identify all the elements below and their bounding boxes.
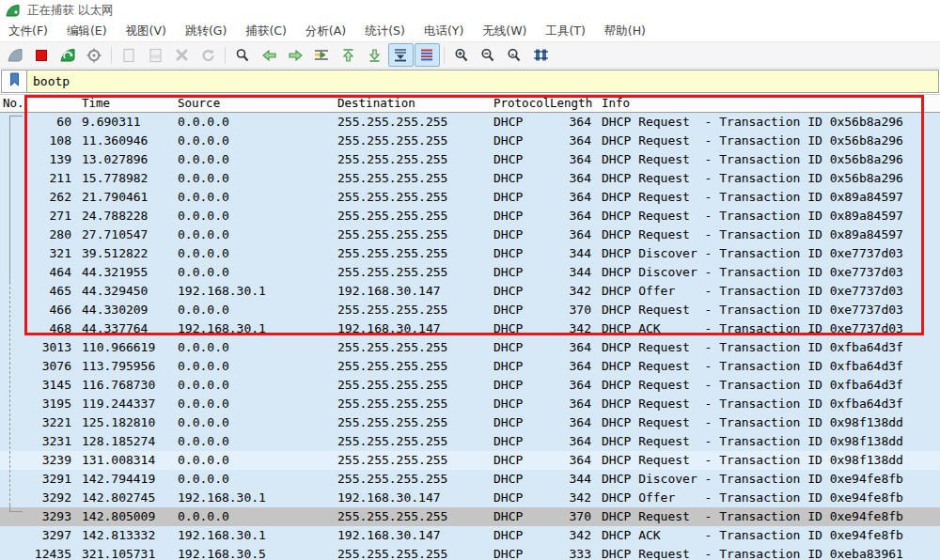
menu-item[interactable]: 帮助(H) — [596, 21, 656, 42]
cell-protocol: DHCP — [489, 489, 550, 507]
reload-file-button[interactable] — [196, 43, 221, 67]
cell-info: DHCP Discover - Transaction ID 0xe7737d0… — [595, 263, 940, 282]
column-header-protocol[interactable]: Protocol — [489, 95, 550, 112]
column-header-destination[interactable]: Destination — [331, 95, 489, 112]
cell-source: 0.0.0.0 — [171, 413, 331, 432]
cell-source: 0.0.0.0 — [171, 113, 331, 132]
cell-source: 0.0.0.0 — [171, 263, 331, 282]
filter-bookmark-button[interactable] — [1, 70, 26, 93]
title-bar: 正在捕获 以太网 — [0, 0, 940, 21]
cell-source: 0.0.0.0 — [171, 169, 331, 188]
cell-protocol: DHCP — [489, 395, 550, 413]
cell-destination: 255.255.255.255 — [331, 169, 489, 188]
column-header-source[interactable]: Source — [171, 95, 331, 112]
cell-time: 128.185274 — [75, 432, 171, 451]
packet-row[interactable]: 3293 142.805009 0.0.0.0 255.255.255.255 … — [0, 507, 940, 526]
cell-no: 3145 — [0, 376, 75, 395]
menu-item[interactable]: 无线(W) — [474, 21, 537, 42]
column-header-no[interactable]: No. — [0, 95, 75, 112]
cell-time: 321.105731 — [75, 545, 171, 560]
menu-item[interactable]: 电话(Y) — [415, 21, 474, 42]
go-to-packet-button[interactable] — [309, 43, 335, 67]
save-file-button[interactable]: 010 — [143, 43, 168, 67]
cell-no: 468 — [0, 319, 75, 338]
cell-protocol: DHCP — [489, 282, 550, 301]
zoom-out-button[interactable] — [476, 43, 501, 67]
cell-no: 3231 — [0, 432, 75, 451]
menu-item[interactable]: 工具(T) — [537, 21, 595, 42]
cell-source: 192.168.30.1 — [171, 282, 331, 301]
packet-row[interactable]: 3292 142.802745 192.168.30.1 192.168.30.… — [0, 489, 940, 507]
cell-length: 364 — [550, 169, 595, 188]
cell-no: 3076 — [0, 357, 75, 376]
bookmark-icon — [9, 72, 20, 90]
restart-capture-button[interactable] — [55, 43, 81, 67]
colorize-button[interactable] — [415, 43, 440, 67]
last-packet-button[interactable] — [362, 43, 387, 67]
packet-row[interactable]: 280 27.710547 0.0.0.0 255.255.255.255 DH… — [0, 226, 940, 244]
packet-row[interactable]: 321 39.512822 0.0.0.0 255.255.255.255 DH… — [0, 244, 940, 263]
menu-item[interactable]: 捕获(C) — [237, 21, 296, 42]
cell-destination: 255.255.255.255 — [331, 188, 489, 207]
menu-item[interactable]: 分析(A) — [297, 21, 356, 42]
cell-time: 44.337764 — [75, 319, 171, 338]
capture-options-button[interactable] — [82, 43, 107, 67]
first-packet-button[interactable] — [336, 43, 361, 67]
packet-row[interactable]: 262 21.790461 0.0.0.0 255.255.255.255 DH… — [0, 188, 940, 207]
packet-row[interactable]: 3195 119.244337 0.0.0.0 255.255.255.255 … — [0, 395, 940, 413]
cell-destination: 192.168.30.147 — [331, 489, 489, 507]
packet-row[interactable]: 108 11.360946 0.0.0.0 255.255.255.255 DH… — [0, 132, 940, 150]
packet-row[interactable]: 271 24.788228 0.0.0.0 255.255.255.255 DH… — [0, 207, 940, 226]
menu-item[interactable]: 视图(V) — [118, 21, 177, 42]
cell-source: 0.0.0.0 — [171, 338, 331, 357]
cell-protocol: DHCP — [489, 319, 550, 338]
cell-no: 12435 — [0, 545, 75, 560]
menu-item[interactable]: 编辑(E) — [58, 21, 118, 42]
packet-row[interactable]: 468 44.337764 192.168.30.1 192.168.30.14… — [0, 319, 940, 338]
packet-row[interactable]: 3076 113.795956 0.0.0.0 255.255.255.255 … — [0, 357, 940, 376]
packet-row[interactable]: 466 44.330209 0.0.0.0 255.255.255.255 DH… — [0, 301, 940, 319]
packet-row[interactable]: 3145 116.768730 0.0.0.0 255.255.255.255 … — [0, 376, 940, 395]
packet-row[interactable]: 3239 131.008314 0.0.0.0 255.255.255.255 … — [0, 451, 940, 470]
packet-row[interactable]: 139 13.027896 0.0.0.0 255.255.255.255 DH… — [0, 150, 940, 169]
column-header-info[interactable]: Info — [595, 95, 940, 112]
auto-scroll-icon — [393, 48, 408, 62]
packet-row[interactable]: 464 44.321955 0.0.0.0 255.255.255.255 DH… — [0, 263, 940, 282]
zoom-reset-button[interactable] — [502, 43, 527, 67]
capture-options-icon — [86, 48, 102, 63]
cell-no: 3291 — [0, 470, 75, 489]
menu-item[interactable]: 统计(S) — [356, 21, 415, 42]
packet-row[interactable]: 211 15.778982 0.0.0.0 255.255.255.255 DH… — [0, 169, 940, 188]
wireshark-window: 正在捕获 以太网 文件(F)编辑(E)视图(V)跳转(G)捕获(C)分析(A)统… — [0, 0, 940, 560]
start-capture-button[interactable] — [3, 43, 28, 67]
packet-row[interactable]: 12435 321.105731 192.168.30.5 255.255.25… — [0, 545, 940, 560]
packet-row[interactable]: 3297 142.813332 192.168.30.1 192.168.30.… — [0, 526, 940, 545]
zoom-out-icon — [480, 48, 495, 63]
menu-item[interactable]: 文件(F) — [0, 21, 58, 42]
open-file-button[interactable] — [117, 43, 142, 67]
packet-row[interactable]: 60 9.690311 0.0.0.0 255.255.255.255 DHCP… — [0, 113, 940, 132]
packet-row[interactable]: 3291 142.794419 0.0.0.0 255.255.255.255 … — [0, 470, 940, 489]
find-packet-button[interactable] — [230, 43, 256, 67]
go-back-button[interactable] — [257, 43, 282, 67]
cell-no: 465 — [0, 282, 75, 301]
close-file-button[interactable] — [169, 43, 195, 67]
packet-row[interactable]: 465 44.329450 192.168.30.1 192.168.30.14… — [0, 282, 940, 301]
cell-length: 370 — [550, 301, 595, 319]
column-header-length[interactable]: Length — [550, 95, 595, 112]
cell-protocol: DHCP — [489, 113, 550, 132]
display-filter-input[interactable]: bootp — [26, 70, 939, 93]
zoom-in-button[interactable] — [449, 43, 475, 67]
cell-source: 0.0.0.0 — [171, 188, 331, 207]
auto-scroll-button[interactable] — [388, 43, 414, 67]
column-header-time[interactable]: Time — [75, 95, 171, 112]
cell-info: DHCP Request - Transaction ID 0xfba64d3f — [595, 376, 940, 395]
resize-columns-button[interactable] — [528, 43, 554, 67]
menu-item[interactable]: 跳转(G) — [177, 21, 237, 42]
stop-capture-button[interactable] — [29, 43, 55, 67]
packet-row[interactable]: 3231 128.185274 0.0.0.0 255.255.255.255 … — [0, 432, 940, 451]
packet-row[interactable]: 3013 110.966619 0.0.0.0 255.255.255.255 … — [0, 338, 940, 357]
packet-row[interactable]: 3221 125.182810 0.0.0.0 255.255.255.255 … — [0, 413, 940, 432]
cell-time: 27.710547 — [75, 226, 171, 244]
go-forward-button[interactable] — [283, 43, 308, 67]
